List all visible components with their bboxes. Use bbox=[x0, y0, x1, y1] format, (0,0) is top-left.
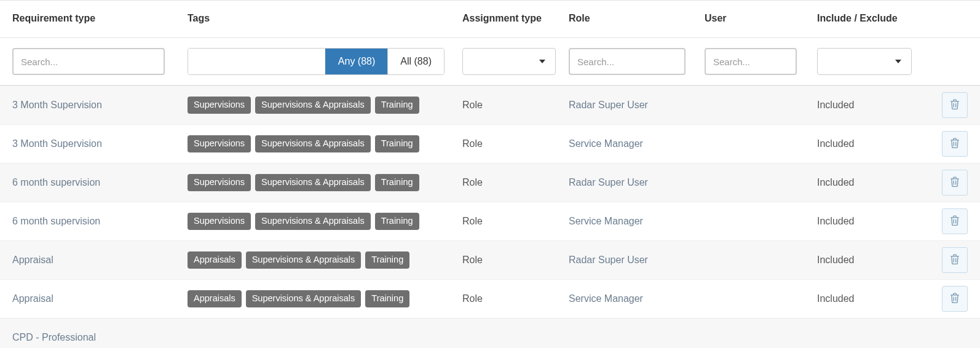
assignment-type-select[interactable] bbox=[462, 48, 556, 75]
tag-pill: Supervisions bbox=[188, 213, 251, 229]
delete-button[interactable] bbox=[942, 170, 968, 196]
tags-all-button[interactable]: All (88) bbox=[387, 49, 444, 74]
chevron-down-icon bbox=[539, 60, 545, 63]
tag-pill: Appraisals bbox=[188, 290, 242, 307]
tags-cell: AppraisalsSupervisions & AppraisalsTrain… bbox=[188, 290, 462, 307]
requirement-type-link[interactable]: Appraisal bbox=[12, 255, 53, 265]
tags-cell: SupervisionsSupervisions & AppraisalsTra… bbox=[188, 97, 462, 113]
tag-pill: Supervisions & Appraisals bbox=[246, 290, 362, 307]
tag-pill: Supervisions & Appraisals bbox=[255, 97, 371, 113]
requirement-type-link[interactable]: 6 month supervision bbox=[12, 216, 100, 226]
assignment-type-cell: Role bbox=[462, 138, 569, 149]
requirements-table: Requirement type Tags Assignment type Ro… bbox=[0, 0, 980, 348]
assignment-type-cell: Role bbox=[462, 177, 569, 188]
role-link[interactable]: Service Manager bbox=[569, 138, 643, 149]
tag-pill: Supervisions & Appraisals bbox=[255, 213, 371, 229]
requirement-type-search-input[interactable] bbox=[12, 48, 165, 75]
tag-pill: Training bbox=[375, 213, 419, 229]
col-include-exclude: Include / Exclude bbox=[817, 13, 925, 24]
trash-icon bbox=[950, 215, 960, 228]
col-role: Role bbox=[569, 13, 705, 24]
assignment-type-cell: Role bbox=[462, 216, 569, 227]
tags-cell: SupervisionsSupervisions & AppraisalsTra… bbox=[188, 174, 462, 191]
tag-pill: Supervisions & Appraisals bbox=[255, 174, 371, 191]
table-row: AppraisalAppraisalsSupervisions & Apprai… bbox=[0, 241, 980, 280]
tags-filter-group: Any (88) All (88) bbox=[188, 48, 445, 75]
requirement-type-link[interactable]: 3 Month Supervision bbox=[12, 138, 102, 149]
trash-icon bbox=[950, 99, 960, 112]
table-header-row: Requirement type Tags Assignment type Ro… bbox=[0, 1, 980, 38]
requirement-type-link[interactable]: 3 Month Supervision bbox=[12, 100, 102, 110]
role-link[interactable]: Radar Super User bbox=[569, 177, 648, 188]
tags-cell: AppraisalsSupervisions & AppraisalsTrain… bbox=[188, 251, 462, 268]
tag-pill: Training bbox=[375, 174, 419, 191]
include-exclude-select[interactable] bbox=[817, 48, 912, 75]
tags-any-button[interactable]: Any (88) bbox=[325, 49, 387, 74]
requirement-type-link[interactable]: CPD - Professional bbox=[12, 332, 96, 342]
requirement-type-link[interactable]: 6 month supervision bbox=[12, 177, 100, 188]
table-row: 6 month supervisionSupervisionsSupervisi… bbox=[0, 202, 980, 241]
tags-cell: SupervisionsSupervisions & AppraisalsTra… bbox=[188, 135, 462, 152]
delete-button[interactable] bbox=[942, 208, 968, 234]
tag-pill: Training bbox=[375, 97, 419, 113]
tag-pill: Training bbox=[365, 251, 409, 268]
table-row: 3 Month SupervisionSupervisionsSupervisi… bbox=[0, 86, 980, 125]
tags-search-input[interactable] bbox=[188, 49, 325, 74]
col-tags: Tags bbox=[188, 13, 462, 24]
assignment-type-cell: Role bbox=[462, 255, 569, 266]
role-search-input[interactable] bbox=[569, 48, 686, 75]
tag-pill: Appraisals bbox=[188, 251, 242, 268]
tag-pill: Supervisions bbox=[188, 174, 251, 191]
table-filter-row: Any (88) All (88) bbox=[0, 38, 980, 86]
table-row: AppraisalAppraisalsSupervisions & Apprai… bbox=[0, 280, 980, 318]
include-exclude-cell: Included bbox=[817, 177, 925, 188]
chevron-down-icon bbox=[895, 60, 901, 63]
include-exclude-cell: Included bbox=[817, 293, 925, 304]
tag-pill: Supervisions & Appraisals bbox=[246, 251, 362, 268]
tag-pill: Training bbox=[365, 290, 409, 307]
include-exclude-cell: Included bbox=[817, 255, 925, 266]
delete-button[interactable] bbox=[942, 286, 968, 312]
role-link[interactable]: Radar Super User bbox=[569, 100, 648, 110]
assignment-type-cell: Role bbox=[462, 100, 569, 111]
table-row: CPD - Professional bbox=[0, 318, 980, 348]
include-exclude-cell: Included bbox=[817, 100, 925, 111]
col-user: User bbox=[705, 13, 817, 24]
role-link[interactable]: Service Manager bbox=[569, 293, 643, 304]
trash-icon bbox=[950, 176, 960, 189]
table-row: 3 Month SupervisionSupervisionsSupervisi… bbox=[0, 125, 980, 164]
trash-icon bbox=[950, 138, 960, 151]
delete-button[interactable] bbox=[942, 92, 968, 118]
include-exclude-cell: Included bbox=[817, 216, 925, 227]
role-link[interactable]: Service Manager bbox=[569, 216, 643, 226]
tag-pill: Supervisions & Appraisals bbox=[255, 135, 371, 152]
requirement-type-link[interactable]: Appraisal bbox=[12, 293, 53, 304]
tag-pill: Training bbox=[375, 135, 419, 152]
role-link[interactable]: Radar Super User bbox=[569, 255, 648, 265]
tag-pill: Supervisions bbox=[188, 97, 251, 113]
assignment-type-cell: Role bbox=[462, 293, 569, 304]
col-requirement-type: Requirement type bbox=[12, 13, 188, 24]
tag-pill: Supervisions bbox=[188, 135, 251, 152]
table-row: 6 month supervisionSupervisionsSupervisi… bbox=[0, 164, 980, 202]
col-assignment-type: Assignment type bbox=[462, 13, 569, 24]
trash-icon bbox=[950, 293, 960, 306]
include-exclude-cell: Included bbox=[817, 138, 925, 149]
trash-icon bbox=[950, 254, 960, 267]
delete-button[interactable] bbox=[942, 247, 968, 273]
tags-cell: SupervisionsSupervisions & AppraisalsTra… bbox=[188, 213, 462, 229]
delete-button[interactable] bbox=[942, 131, 968, 157]
user-search-input[interactable] bbox=[705, 48, 797, 75]
